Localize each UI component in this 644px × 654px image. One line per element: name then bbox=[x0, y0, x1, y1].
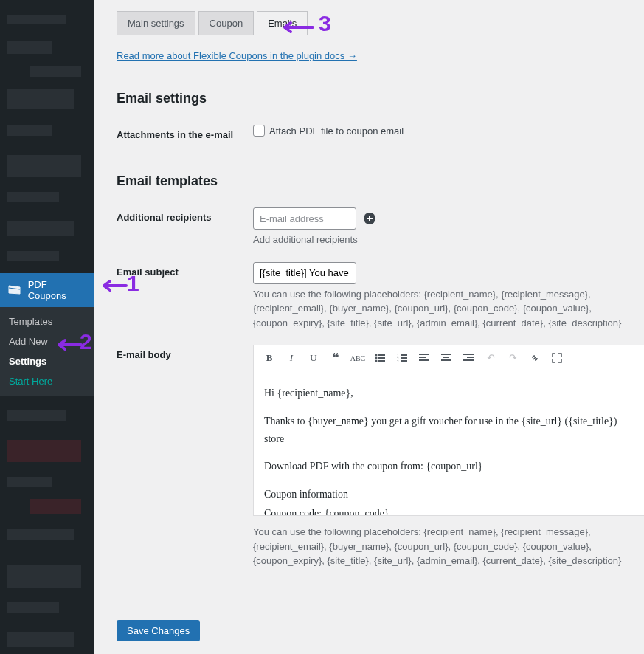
svg-rect-14 bbox=[419, 357, 426, 358]
sidebar-item-pdf-coupons[interactable]: PDF Coupons bbox=[0, 273, 94, 307]
tabs-container: Main settings Coupon Emails bbox=[94, 0, 644, 35]
svg-rect-10 bbox=[401, 357, 407, 359]
save-changes-button[interactable]: Save Changes bbox=[117, 620, 200, 641]
section-email-settings: Email settings bbox=[117, 91, 622, 106]
svg-rect-19 bbox=[463, 354, 474, 355]
svg-rect-8 bbox=[401, 354, 407, 356]
sidebar-sub-add-new[interactable]: Add New bbox=[0, 331, 94, 351]
coupon-icon bbox=[7, 283, 22, 297]
svg-rect-4 bbox=[378, 357, 385, 359]
svg-rect-16 bbox=[441, 354, 451, 355]
svg-rect-18 bbox=[441, 359, 451, 361]
label-attachments: Attachments in the e-mail bbox=[117, 125, 253, 140]
toolbar-quote-icon[interactable]: ❝ bbox=[328, 350, 344, 366]
svg-rect-15 bbox=[419, 359, 429, 361]
toolbar-bullet-list-icon[interactable] bbox=[372, 350, 388, 366]
toolbar-undo-icon[interactable]: ↶ bbox=[482, 350, 499, 366]
svg-rect-20 bbox=[467, 357, 474, 358]
main-content: Main settings Coupon Emails Read more ab… bbox=[94, 0, 644, 654]
toolbar-align-center-icon[interactable] bbox=[438, 350, 454, 366]
label-subject: Email subject bbox=[117, 262, 253, 278]
svg-point-3 bbox=[375, 357, 378, 359]
sidebar-sub-templates[interactable]: Templates bbox=[0, 311, 94, 331]
attach-pdf-checkbox[interactable] bbox=[253, 125, 265, 137]
toolbar-strike-icon[interactable]: ABC bbox=[350, 350, 366, 366]
row-attachments: Attachments in the e-mail Attach PDF fil… bbox=[117, 125, 622, 140]
sidebar-sub-start-here[interactable]: Start Here bbox=[0, 371, 94, 391]
subject-help: You can use the following placeholders: … bbox=[253, 287, 622, 331]
svg-point-1 bbox=[375, 354, 378, 357]
svg-rect-12 bbox=[401, 360, 407, 362]
section-email-templates: Email templates bbox=[117, 173, 622, 189]
row-body: E-mail body B I U ❝ ABC 123 bbox=[117, 345, 622, 568]
label-body: E-mail body bbox=[117, 345, 253, 360]
row-subject: Email subject You can use the following … bbox=[117, 262, 622, 331]
email-body-editor: B I U ❝ ABC 123 bbox=[253, 345, 644, 516]
toolbar-bold-icon[interactable]: B bbox=[261, 350, 277, 366]
editor-content[interactable]: Hi {recipient_name}, Thanks to {buyer_na… bbox=[254, 371, 644, 515]
tab-emails[interactable]: Emails bbox=[257, 11, 308, 35]
toolbar-link-icon[interactable] bbox=[527, 350, 543, 366]
svg-rect-6 bbox=[378, 360, 385, 362]
toolbar-italic-icon[interactable]: I bbox=[283, 350, 300, 366]
svg-rect-17 bbox=[443, 357, 449, 358]
label-recipients: Additional recipients bbox=[117, 207, 253, 223]
svg-text:3: 3 bbox=[397, 359, 399, 362]
toolbar-underline-icon[interactable]: U bbox=[305, 350, 322, 366]
svg-rect-13 bbox=[419, 354, 429, 355]
sidebar-item-label: PDF Coupons bbox=[28, 279, 87, 301]
toolbar-redo-icon[interactable]: ↷ bbox=[505, 350, 521, 366]
subject-input[interactable] bbox=[253, 262, 356, 284]
toolbar-align-left-icon[interactable] bbox=[416, 350, 432, 366]
editor-toolbar: B I U ❝ ABC 123 bbox=[254, 345, 644, 371]
admin-sidebar: PDF Coupons Templates Add New Settings S… bbox=[0, 0, 94, 654]
tab-coupon[interactable]: Coupon bbox=[198, 11, 255, 35]
svg-rect-21 bbox=[463, 359, 474, 361]
docs-link[interactable]: Read more about Flexible Coupons in the … bbox=[117, 50, 357, 61]
toolbar-number-list-icon[interactable]: 123 bbox=[394, 350, 410, 366]
sidebar-obscured-bottom bbox=[0, 396, 94, 654]
attach-pdf-label: Attach PDF file to coupon email bbox=[269, 125, 404, 137]
body-help: You can use the following placeholders: … bbox=[253, 525, 644, 568]
tab-main-settings[interactable]: Main settings bbox=[117, 11, 195, 35]
svg-rect-2 bbox=[378, 354, 385, 356]
toolbar-fullscreen-icon[interactable] bbox=[549, 350, 565, 366]
add-recipient-button[interactable] bbox=[361, 210, 378, 227]
sidebar-submenu: Templates Add New Settings Start Here bbox=[0, 307, 94, 396]
svg-point-5 bbox=[375, 360, 378, 362]
recipients-input[interactable] bbox=[253, 207, 356, 230]
recipients-help: Add additional recipients bbox=[253, 233, 622, 247]
sidebar-sub-settings[interactable]: Settings bbox=[0, 351, 94, 371]
row-recipients: Additional recipients Add additional rec… bbox=[117, 207, 622, 247]
toolbar-align-right-icon[interactable] bbox=[460, 350, 477, 366]
sidebar-obscured-top bbox=[0, 0, 94, 273]
